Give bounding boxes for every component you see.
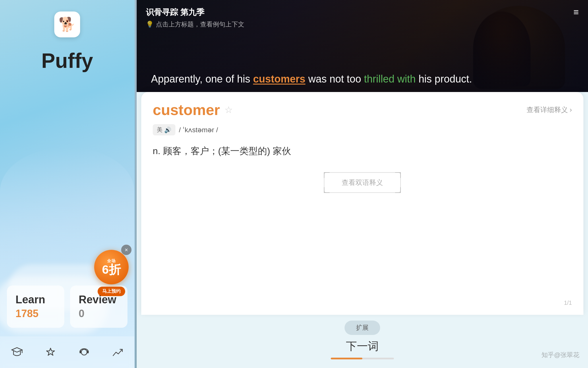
learn-label: Learn <box>16 294 56 306</box>
video-title-block: 识骨寻踪 第九季 💡 点击上方标题，查看例句上下文 <box>146 7 244 29</box>
next-word-button[interactable]: 下一词 <box>346 339 379 354</box>
dict-definition: n. 顾客，客户；(某一类型的) 家伙 <box>141 135 583 166</box>
nav-listen-icon[interactable] <box>74 342 94 362</box>
favorite-star-icon[interactable]: ☆ <box>225 104 233 115</box>
video-banner: 识骨寻踪 第九季 💡 点击上方标题，查看例句上下文 ≡ Apparently, … <box>137 0 588 92</box>
expand-button[interactable]: 扩展 <box>345 321 380 335</box>
learn-card[interactable]: Learn 1785 <box>7 285 64 328</box>
video-subtitle-hint: 💡 点击上方标题，查看例句上下文 <box>146 20 244 29</box>
progress-bar <box>331 358 394 359</box>
svg-rect-2 <box>87 350 89 353</box>
right-panel: 识骨寻踪 第九季 💡 点击上方标题，查看例句上下文 ≡ Apparently, … <box>137 0 588 368</box>
sentence-after: his product. <box>416 73 472 85</box>
sentence-before: Apparently, one of his <box>151 73 253 85</box>
sentence-text: Apparently, one of his customers was not… <box>151 72 574 86</box>
bilingual-button[interactable]: 查看双语释义 <box>324 172 401 193</box>
app-logo-icon: 🐕 <box>59 16 76 32</box>
corner-bl <box>324 187 330 193</box>
nav-favorites-icon[interactable] <box>40 342 61 362</box>
promo-circle[interactable]: 全场 6折 <box>94 250 129 284</box>
corner-br <box>395 187 401 193</box>
review-count: 0 <box>79 308 119 320</box>
dict-header: customer ☆ 查看详细释义 › <box>141 92 583 124</box>
sentence-area: Apparently, one of his customers was not… <box>137 72 588 86</box>
dict-word-row: customer ☆ <box>153 101 233 118</box>
bottom-navigation <box>0 336 134 368</box>
sentence-between: was not too <box>305 73 364 85</box>
dictionary-card: customer ☆ 查看详细释义 › 美 🔊 / ˈkʌstəmər / n.… <box>141 92 583 315</box>
subtitle-hint-text: 点击上方标题，查看例句上下文 <box>156 20 244 29</box>
lightbulb-icon: 💡 <box>146 21 154 28</box>
dict-phonetic: 美 🔊 / ˈkʌstəmər / <box>141 124 583 135</box>
left-panel: 🐕 Puffy Learn 1785 Review 0 × 全场 6折 马上预约 <box>0 0 135 368</box>
bilingual-section: 查看双语释义 <box>153 172 572 193</box>
promo-main-text: 6折 <box>102 264 121 276</box>
svg-point-0 <box>81 349 87 355</box>
bilingual-btn-text: 查看双语释义 <box>342 179 383 186</box>
chevron-right-icon: › <box>570 106 572 114</box>
page-indicator: 1/1 <box>564 300 572 306</box>
nav-stats-icon[interactable] <box>108 342 128 362</box>
video-menu-icon[interactable]: ≡ <box>573 7 579 18</box>
video-series-title[interactable]: 识骨寻踪 第九季 <box>146 7 244 18</box>
svg-rect-1 <box>80 350 81 353</box>
phonetic-region: 美 <box>157 126 163 134</box>
phonetic-text: / ˈkʌstəmər / <box>179 126 218 134</box>
right-bottom-controls: 扩展 下一词 <box>137 315 588 368</box>
corner-tl <box>324 172 330 178</box>
word-customers[interactable]: customers <box>253 73 305 85</box>
app-logo: 🐕 <box>54 12 80 37</box>
detail-link-text: 查看详细释义 <box>527 105 568 114</box>
promo-badge: × 全场 6折 马上预约 <box>94 250 129 296</box>
phonetic-region-badge[interactable]: 美 🔊 <box>153 124 175 135</box>
dict-detail-link[interactable]: 查看详细释义 › <box>527 105 572 114</box>
learn-count: 1785 <box>16 308 56 320</box>
video-header: 识骨寻踪 第九季 💡 点击上方标题，查看例句上下文 ≡ <box>137 0 588 36</box>
nav-learn-icon[interactable] <box>7 342 27 362</box>
promo-button[interactable]: 马上预约 <box>98 287 125 296</box>
corner-tr <box>395 172 401 178</box>
progress-fill <box>331 358 362 359</box>
app-name: Puffy <box>41 49 93 72</box>
dict-word: customer <box>153 101 220 118</box>
promo-close-button[interactable]: × <box>121 245 131 255</box>
word-thrilled[interactable]: thrilled with <box>364 73 416 85</box>
watermark: 知乎@张翠花 <box>541 351 579 359</box>
speaker-icon: 🔊 <box>164 126 171 133</box>
